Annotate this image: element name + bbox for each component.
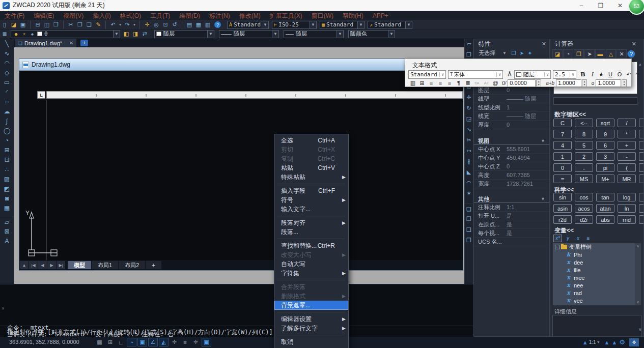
clear-expression-icon[interactable]: ✕ (617, 49, 627, 59)
layer-previous-icon[interactable]: ⇄ (140, 30, 149, 38)
selection-dropdown[interactable]: 无选择 ▼ ❐➤✦ (474, 48, 549, 57)
variable-item[interactable]: xdee (553, 258, 641, 266)
dynamic-input-icon[interactable]: ◭ (159, 338, 169, 346)
calculator-key[interactable]: abs (596, 215, 614, 224)
pan-icon[interactable]: ✛ (139, 21, 152, 29)
variable-item[interactable]: xvee (553, 297, 641, 304)
insert-block-icon[interactable]: ⊞ (0, 145, 14, 155)
columns-icon[interactable]: ▥ (408, 79, 417, 87)
draw-order-above-icon[interactable]: ❑ (465, 224, 473, 235)
bold-button[interactable]: B (578, 70, 587, 78)
property-row[interactable]: 打开 U...是 (474, 212, 549, 220)
layout-tab[interactable]: 布局2 (119, 261, 145, 269)
object-snap-tracking-icon[interactable]: ∠ (148, 338, 158, 346)
annotation-monitor-icon[interactable]: ▣ (202, 338, 211, 346)
measure-distance-icon[interactable]: ▬ (595, 49, 605, 59)
calculator-key[interactable]: asin (553, 204, 572, 213)
first-layout-icon[interactable]: |◀ (29, 261, 38, 269)
underline-button[interactable]: U (606, 70, 615, 78)
close-button[interactable]: ✕ (610, 0, 630, 11)
calculator-key[interactable]: MR (618, 175, 636, 183)
calculator-key[interactable]: log (618, 193, 636, 201)
cut-icon[interactable]: ✂ (63, 21, 75, 29)
annotation-visibility-icon[interactable]: ▲ (582, 339, 588, 345)
menu-item[interactable]: 编辑(E) (29, 11, 59, 20)
hatch-icon[interactable]: ▨ (0, 174, 14, 184)
oblique-spinner[interactable]: ▲▼ (536, 79, 541, 87)
context-menu-item[interactable]: 粘贴 Ctrl+V ▶ (274, 163, 348, 172)
selection-cycling-icon[interactable]: ✛ (191, 338, 201, 346)
property-row[interactable]: 宽度1728.7261 (474, 180, 549, 188)
annotation-scale-dropdown-icon[interactable]: ▼ (597, 340, 600, 344)
rotate-icon[interactable]: ↻ (465, 103, 473, 113)
chevron-down-icon[interactable]: ▼ (502, 51, 507, 55)
calculator-key[interactable]: atan (596, 204, 614, 213)
paste-icon[interactable]: ❏ (85, 21, 94, 29)
tracking-spinner[interactable]: ▲▼ (582, 79, 587, 87)
property-row[interactable]: 注释比例1:1 (474, 203, 549, 212)
context-menu-item[interactable]: 字符集 ▶ (274, 269, 348, 278)
last-layout-icon[interactable]: ▶| (57, 261, 65, 269)
lowercase-icon[interactable]: Aii (482, 79, 491, 87)
property-row[interactable]: UCS 名... (474, 238, 549, 246)
variables-header[interactable]: 变量<< (554, 226, 574, 235)
menu-item[interactable]: 帮助(H) (338, 11, 368, 20)
numpad-header[interactable]: 数字键区<< (554, 110, 586, 119)
calculator-key[interactable]: * (618, 130, 636, 138)
mtext-icon[interactable]: A (0, 236, 14, 246)
strikethrough-button[interactable]: ★ (597, 70, 606, 78)
layout-menu-icon[interactable]: ▲ (20, 261, 29, 269)
drawing-window-titlebar[interactable]: Drawing1.dwg (19, 59, 463, 71)
property-row[interactable]: 线宽——— 随层 (474, 112, 549, 121)
plot-preview-icon[interactable]: ◫ (42, 21, 51, 29)
trim-icon[interactable]: ✂ (465, 135, 473, 146)
variables-tree[interactable]: − 变量样例 kPhixdeexillexmeexneexradxveexvee… (552, 243, 641, 306)
context-menu-item[interactable]: 了解多行文字 ▶ (274, 324, 348, 333)
spline-icon[interactable]: ∫ (0, 116, 14, 126)
prev-layout-icon[interactable]: ◀ (38, 261, 47, 269)
text-style-select[interactable]: Standard∨ (408, 70, 446, 79)
context-menu-item[interactable]: 插入字段 Ctrl+F ▶ (274, 186, 348, 195)
context-menu-item[interactable]: 合并段落 ▶ (274, 282, 348, 292)
restore-button[interactable]: ❐ (591, 0, 610, 11)
image-attach-icon[interactable]: ⊠ (0, 226, 14, 236)
context-menu-item[interactable]: 改变大小写 ▶ (274, 250, 348, 259)
calculator-key[interactable]: sqrt (596, 119, 614, 127)
calculator-key[interactable]: / (618, 119, 636, 127)
uppercase-icon[interactable]: itA (472, 79, 482, 87)
menu-item[interactable]: APP+ (368, 11, 393, 20)
draw-order-front-icon[interactable]: ❏ (465, 203, 473, 214)
context-menu-item[interactable]: 取消 ▶ (274, 337, 348, 346)
variable-item[interactable]: xvee1 (553, 304, 641, 306)
context-menu-item[interactable]: 段落对齐 ▶ (274, 218, 348, 227)
table-style-combo[interactable]: ▦ Standard▼ (320, 21, 365, 29)
calculator-key[interactable]: acos (575, 204, 593, 213)
menu-item[interactable]: 插入(I) (88, 11, 115, 20)
context-menu-item[interactable]: ▶ (277, 182, 346, 184)
text-height-select[interactable]: 2.5∨ (553, 70, 576, 79)
context-menu-item[interactable]: 特殊粘贴 ▶ (274, 172, 348, 182)
insert-field-icon[interactable]: @ (491, 79, 500, 87)
other-section-header[interactable]: 其他▼ (474, 195, 549, 203)
dim-style-combo[interactable]: ⊢ ISO-25▼ (272, 21, 317, 29)
redo-dropdown-icon[interactable]: ▾ (132, 21, 137, 29)
command-prompt[interactable]: 指定对角点或 [对齐方式(J)/行距(L)/旋转(R)/样式(S)/字高(H)/… (7, 328, 278, 337)
property-row[interactable]: 高度607.7385 (474, 171, 549, 180)
collapse-icon[interactable]: ▼ (541, 195, 545, 202)
snap-mode-icon[interactable]: ⊞ (105, 338, 115, 346)
scroll-down-icon[interactable]: ∨ (636, 300, 639, 304)
delete-variable-icon[interactable]: x (574, 235, 582, 242)
measure-angle-icon[interactable]: △ (606, 49, 616, 59)
undo-icon[interactable]: ↶ (105, 21, 118, 29)
calculator-key[interactable]: 5 (575, 141, 593, 150)
calculator-key[interactable]: <-- (575, 119, 593, 127)
select-objects-icon[interactable]: ➤ (518, 49, 526, 56)
property-row[interactable]: 图层0 (474, 86, 549, 95)
color-combo[interactable]: 随层▼ (154, 30, 214, 38)
calculator-key[interactable]: C (553, 119, 572, 127)
text-color-select[interactable]: 随层∨ (514, 70, 551, 79)
menu-item[interactable]: 工具(T) (146, 11, 175, 20)
menu-item[interactable]: 标注(N) (205, 11, 235, 20)
view-manager-icon[interactable]: ▥ (203, 21, 212, 29)
layer-properties-icon[interactable]: ▤ (182, 21, 194, 29)
